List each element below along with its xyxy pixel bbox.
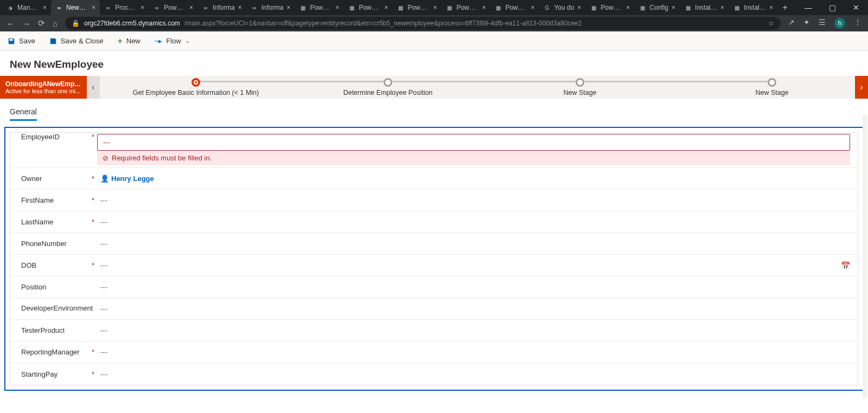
browser-tab[interactable]: ▦Power F× xyxy=(295,0,343,15)
tab-label: Power F xyxy=(359,4,381,11)
star-icon[interactable]: ☆ xyxy=(768,20,774,27)
tab-label: Power A xyxy=(164,4,186,11)
bpf-stage-dot-icon xyxy=(768,78,776,87)
pay-label: StartingPay xyxy=(21,370,92,378)
favicon-icon: ▦ xyxy=(397,4,404,11)
close-icon[interactable]: × xyxy=(43,4,47,11)
browser-tab[interactable]: ▦Power F× xyxy=(490,0,539,15)
close-icon[interactable]: × xyxy=(482,4,486,11)
pay-input[interactable]: --- xyxy=(97,370,850,378)
new-tab-button[interactable]: + xyxy=(777,0,793,15)
browser-tab[interactable]: ▦Config× xyxy=(634,0,680,15)
bpf-stage[interactable]: New Stage xyxy=(676,78,868,96)
close-icon[interactable]: × xyxy=(626,4,630,11)
tester-input[interactable]: --- xyxy=(97,326,850,334)
phone-label: PhoneNumber xyxy=(21,240,92,248)
bpf-stage[interactable]: Get Employee Basic Information (< 1 Min) xyxy=(100,78,292,96)
error-icon: ⊘ xyxy=(103,154,108,162)
browser-tab[interactable]: ∞Informa× xyxy=(246,0,295,15)
close-icon[interactable]: × xyxy=(433,4,437,11)
tab-label: Power F xyxy=(505,4,527,11)
browser-tab[interactable]: ∞Process× xyxy=(100,0,149,15)
bpf-stage[interactable]: Determine Employee Position xyxy=(292,78,484,96)
position-input[interactable]: --- xyxy=(97,283,850,291)
flow-label: Flow xyxy=(166,37,181,45)
tab-general[interactable]: General xyxy=(10,107,37,121)
save-close-label: Save & Close xyxy=(61,37,104,45)
owner-label: Owner xyxy=(21,175,92,183)
close-icon[interactable]: × xyxy=(384,4,388,11)
bpf-process-label[interactable]: OnboardingANewEmplo... Active for less t… xyxy=(0,76,87,99)
window-close-button[interactable]: ✕ xyxy=(844,0,868,15)
new-button[interactable]: + New xyxy=(117,36,140,46)
close-icon[interactable]: × xyxy=(189,4,193,11)
tab-label: Power F xyxy=(456,4,478,11)
browser-tab[interactable]: ▦Power F× xyxy=(343,0,392,15)
favicon-icon: ▦ xyxy=(590,4,597,11)
bpf-stage-dot-icon xyxy=(384,78,392,87)
calendar-icon[interactable]: 📅 xyxy=(841,261,850,270)
close-icon[interactable]: × xyxy=(238,4,242,11)
browser-tab[interactable]: ▦Power F× xyxy=(441,0,490,15)
tab-label: Power F xyxy=(310,4,332,11)
browser-tab[interactable]: ▦Install a× xyxy=(680,0,729,15)
menu-icon[interactable]: ⋮ xyxy=(854,18,861,29)
tab-label: Power F xyxy=(407,4,430,11)
nav-reload-icon[interactable]: ⟳ xyxy=(38,18,45,28)
close-icon[interactable]: × xyxy=(577,4,581,11)
tab-label: Manage xyxy=(17,4,40,11)
close-icon[interactable]: × xyxy=(286,4,290,11)
reading-list-icon[interactable]: ☰ xyxy=(819,18,826,29)
favicon-icon: ▦ xyxy=(733,4,741,11)
flow-button[interactable]: ~▸ Flow ⌄ xyxy=(155,37,190,45)
scrollbar-track[interactable] xyxy=(863,115,867,398)
window-maximize-button[interactable]: ▢ xyxy=(820,0,844,15)
save-close-button[interactable]: Save & Close xyxy=(49,37,104,45)
last-name-label: LastName xyxy=(21,218,92,226)
close-icon[interactable]: × xyxy=(92,4,95,11)
close-icon[interactable]: × xyxy=(531,4,534,11)
address-bar[interactable]: 🔒 orgc27fdeb6.crm5.dynamics.com/main.asp… xyxy=(65,17,781,30)
last-name-input[interactable]: --- xyxy=(97,218,850,226)
extensions-icon[interactable]: ✦ xyxy=(803,18,810,29)
browser-tab[interactable]: ∞Power A× xyxy=(149,0,197,15)
profile-avatar[interactable]: h xyxy=(834,18,845,29)
window-minimize-button[interactable]: — xyxy=(796,0,820,15)
close-icon[interactable]: × xyxy=(769,4,773,11)
tab-label: Config xyxy=(649,4,668,11)
bpf-stage[interactable]: New Stage xyxy=(484,78,676,96)
close-icon[interactable]: × xyxy=(335,4,339,11)
browser-tab[interactable]: ▦Power F× xyxy=(585,0,634,15)
dev-env-input[interactable]: --- xyxy=(97,305,850,313)
bpf-stage-label: Get Employee Basic Information (< 1 Min) xyxy=(133,89,259,96)
nav-forward-icon[interactable]: → xyxy=(22,19,30,28)
browser-tab[interactable]: ∞Informa× xyxy=(197,0,246,15)
close-icon[interactable]: × xyxy=(672,4,675,11)
browser-tab[interactable]: ⬗Manage× xyxy=(2,0,51,15)
browser-tab[interactable]: ▦Power F× xyxy=(392,0,441,15)
nav-home-icon[interactable]: ⌂ xyxy=(53,19,58,28)
owner-link[interactable]: Henry Legge xyxy=(111,175,154,183)
tab-label: Install a xyxy=(695,4,717,11)
close-icon[interactable]: × xyxy=(141,4,144,11)
first-name-input[interactable]: --- xyxy=(97,196,850,204)
close-icon[interactable]: × xyxy=(720,4,724,11)
browser-tab[interactable]: ∞NewEm× xyxy=(51,0,100,15)
url-host: orgc27fdeb6.crm5.dynamics.com xyxy=(84,20,180,27)
browser-tab[interactable]: GYou do× xyxy=(539,0,585,15)
browser-tab[interactable]: ▦Install a× xyxy=(729,0,777,15)
phone-input[interactable]: --- xyxy=(97,240,850,248)
employee-id-input[interactable]: --- xyxy=(97,134,850,151)
manager-input[interactable]: --- xyxy=(97,348,850,356)
dob-input[interactable]: --- xyxy=(97,261,841,269)
bpf-prev-button[interactable]: ‹ xyxy=(87,76,100,99)
owner-field[interactable]: 👤Henry Legge xyxy=(97,175,850,183)
nav-back-icon[interactable]: ← xyxy=(7,19,15,28)
favicon-icon: ∞ xyxy=(153,4,161,11)
save-button[interactable]: Save xyxy=(8,37,35,45)
flow-icon: ~▸ xyxy=(155,37,163,45)
bpf-process-status: Active for less than one mi... xyxy=(5,88,81,94)
dev-env-label: DeveloperEnvironment xyxy=(21,304,92,313)
required-indicator: * xyxy=(92,348,97,356)
share-icon[interactable]: ↗ xyxy=(788,18,795,29)
